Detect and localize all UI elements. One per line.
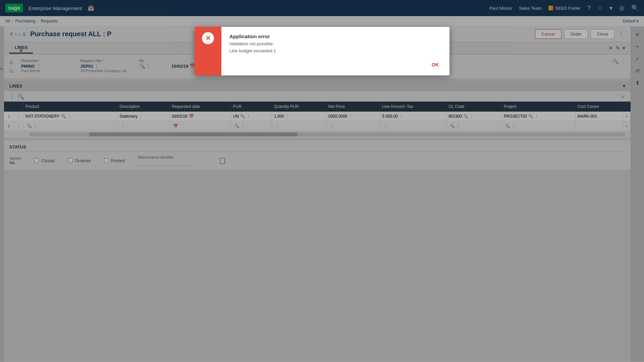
modal-dialog: ✕ Application error Validation not possi… [195, 27, 449, 75]
modal-body: Application error Validation not possibl… [221, 27, 449, 75]
modal-footer: OK [229, 55, 441, 69]
modal-message-line2: Line budget exceeded 1 [229, 48, 441, 53]
modal-error-icon: ✕ [202, 32, 214, 44]
modal-title: Application error [229, 34, 441, 39]
modal-message-line1: Validation not possible. [229, 41, 441, 46]
modal-ok-button[interactable]: OK [429, 61, 441, 69]
modal-error-panel: ✕ [195, 27, 221, 75]
modal-overlay: ✕ Application error Validation not possi… [0, 0, 644, 362]
